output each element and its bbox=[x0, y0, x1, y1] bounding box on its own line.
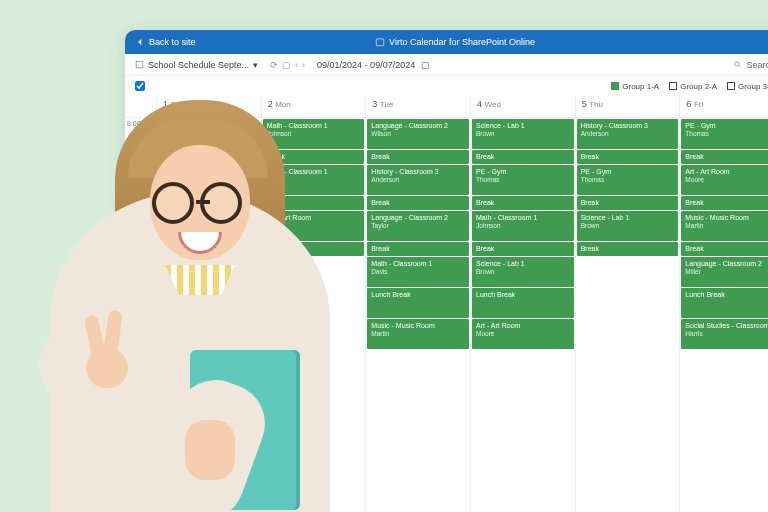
day-column: 4 WedScience - Lab 1BrownBreakPE - GymTh… bbox=[471, 96, 576, 512]
svg-rect-0 bbox=[376, 39, 384, 46]
calendar-small-icon bbox=[135, 60, 144, 69]
legend-label: Group 1-A bbox=[622, 82, 659, 91]
legend-item[interactable]: Group 3-A bbox=[727, 82, 768, 91]
legend-swatch bbox=[727, 82, 735, 90]
svg-rect-1 bbox=[136, 62, 143, 68]
calendar-event[interactable]: Music - Music RoomMartin bbox=[367, 319, 469, 349]
calendar-event[interactable]: Lunch Break bbox=[367, 288, 469, 318]
person-illustration bbox=[20, 90, 360, 512]
calendar-event[interactable]: Math - Classroom 1Johnson bbox=[472, 211, 574, 241]
calendar-event[interactable]: Break bbox=[472, 196, 574, 210]
day-header: 6 Fri bbox=[680, 96, 768, 118]
date-range[interactable]: 09/01/2024 - 09/07/2024 bbox=[317, 60, 415, 70]
legend-label: Group 2-A bbox=[680, 82, 717, 91]
day-column: 3 TueLanguage - Classroom 2WilsonBreakHi… bbox=[366, 96, 471, 512]
titlebar: Back to site Virto Calendar for SharePoi… bbox=[125, 30, 768, 54]
calendar-event[interactable]: Art - Art RoomMoore bbox=[472, 319, 574, 349]
calendar-event[interactable]: Lunch Break bbox=[681, 288, 768, 318]
calendar-event[interactable]: Break bbox=[472, 150, 574, 164]
calendar-event[interactable]: Science - Lab 1Brown bbox=[472, 257, 574, 287]
day-header: 3 Tue bbox=[366, 96, 470, 118]
date-picker-icon[interactable]: ▢ bbox=[421, 60, 430, 70]
calendar-event[interactable]: Social Studies - Classroom 4Harris bbox=[681, 319, 768, 349]
calendar-event[interactable]: Language - Classroom 2Miller bbox=[681, 257, 768, 287]
calendar-event[interactable]: Break bbox=[577, 150, 679, 164]
calendar-event[interactable]: Science - Lab 1Brown bbox=[472, 119, 574, 149]
calendar-event[interactable]: Art - Art RoomMoore bbox=[681, 165, 768, 195]
calendar-event[interactable]: Lunch Break bbox=[472, 288, 574, 318]
search-icon bbox=[733, 60, 742, 69]
calendar-event[interactable]: Break bbox=[367, 196, 469, 210]
legend-swatch bbox=[611, 82, 619, 90]
calendar-event[interactable]: Break bbox=[577, 242, 679, 256]
day-header: 4 Wed bbox=[471, 96, 575, 118]
calendar-event[interactable]: Language - Classroom 2Taylor bbox=[367, 211, 469, 241]
schedule-dropdown[interactable]: School Schedule Septe... ▾ bbox=[135, 60, 258, 70]
calendar-event[interactable]: Break bbox=[577, 196, 679, 210]
chevron-down-icon: ▾ bbox=[253, 60, 258, 70]
calendar-event[interactable]: Break bbox=[681, 242, 768, 256]
back-to-site-link[interactable]: Back to site bbox=[135, 37, 196, 47]
svg-point-2 bbox=[735, 62, 740, 67]
prev-icon[interactable]: ‹ bbox=[295, 60, 298, 70]
nav-controls: ⟳ ▢ ‹ › bbox=[270, 60, 305, 70]
calendar-event[interactable]: Language - Classroom 2Wilson bbox=[367, 119, 469, 149]
toolbar: School Schedule Septe... ▾ ⟳ ▢ ‹ › 09/01… bbox=[125, 54, 768, 76]
calendar-icon bbox=[375, 37, 385, 47]
legend-label: Group 3-A bbox=[738, 82, 768, 91]
app-title: Virto Calendar for SharePoint Online bbox=[375, 37, 535, 47]
calendar-event[interactable]: Math - Classroom 1Davis bbox=[367, 257, 469, 287]
calendar-event[interactable]: Science - Lab 1Brown bbox=[577, 211, 679, 241]
day-header: 5 Thu bbox=[576, 96, 680, 118]
calendar-event[interactable]: History - Classroom 3Anderson bbox=[577, 119, 679, 149]
calendar-event[interactable]: Music - Music RoomMartin bbox=[681, 211, 768, 241]
calendar-event[interactable]: Break bbox=[367, 242, 469, 256]
calendar-event bbox=[577, 288, 679, 318]
legend-swatch bbox=[669, 82, 677, 90]
calendar-event[interactable]: History - Classroom 3Anderson bbox=[367, 165, 469, 195]
refresh-icon[interactable]: ⟳ bbox=[270, 60, 278, 70]
calendar-event[interactable]: Break bbox=[367, 150, 469, 164]
day-column: 5 ThuHistory - Classroom 3AndersonBreakP… bbox=[576, 96, 681, 512]
calendar-event[interactable]: PE - GymThomas bbox=[577, 165, 679, 195]
back-arrow-icon bbox=[135, 37, 145, 47]
legend-item[interactable]: Group 2-A bbox=[669, 82, 717, 91]
today-icon[interactable]: ▢ bbox=[282, 60, 291, 70]
legend-item[interactable]: Group 1-A bbox=[611, 82, 659, 91]
calendar-event[interactable]: Break bbox=[681, 196, 768, 210]
search-box[interactable]: Search bbox=[733, 60, 768, 70]
calendar-event[interactable]: Break bbox=[472, 242, 574, 256]
back-label: Back to site bbox=[149, 37, 196, 47]
calendar-event[interactable]: PE - GymThomas bbox=[472, 165, 574, 195]
next-icon[interactable]: › bbox=[302, 60, 305, 70]
day-column: 6 FriPE - GymThomasBreakArt - Art RoomMo… bbox=[680, 96, 768, 512]
calendar-event[interactable]: Break bbox=[681, 150, 768, 164]
calendar-event bbox=[577, 257, 679, 287]
calendar-event[interactable]: PE - GymThomas bbox=[681, 119, 768, 149]
